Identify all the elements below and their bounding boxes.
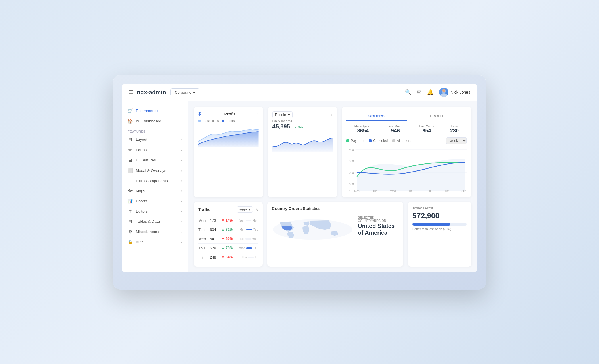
sidebar-item-label: Tables & Data [136, 219, 160, 224]
svg-text:100: 100 [349, 183, 354, 186]
home-icon: 🏠 [128, 119, 133, 124]
payment-color [346, 139, 349, 142]
header: ☰ ngx-admin Corporate ▾ 🔍 ✉ 🔔 [122, 84, 477, 101]
sidebar-item-editors[interactable]: T Editors › [122, 206, 188, 216]
sidebar-item-forms[interactable]: ✏ Forms › [122, 145, 188, 155]
bitcoin-header: Bitcoin ▾ › [272, 111, 333, 118]
traffic-card: Traffic week ▾ ∧ Mon 173 [194, 202, 263, 267]
profit-progress-bar-outer [412, 223, 467, 226]
sidebar-item-label: Maps [136, 189, 145, 193]
svg-text:Mon: Mon [354, 190, 360, 192]
orders-chart-legend: Payment Canceled All orders [346, 137, 467, 144]
user-name: Nick Jones [451, 90, 470, 95]
collapse-icon[interactable]: ∧ [255, 207, 258, 212]
table-row: Thu 678 ▲ 73% Wed Thu [198, 244, 258, 253]
laptop-screen: ☰ ngx-admin Corporate ▾ 🔍 ✉ 🔔 [122, 84, 477, 272]
orders-dot [222, 120, 224, 122]
today-profit-card: Today's Profit 572,900 Better than last … [408, 202, 471, 267]
pct-up-badge: ▲ 4% [293, 125, 303, 129]
menu-icon[interactable]: ☰ [129, 89, 133, 95]
svg-point-2 [442, 89, 445, 92]
sidebar-item-extra[interactable]: 🗂 Extra Components › [122, 176, 188, 186]
sidebar-item-maps[interactable]: 🗺 Maps › [122, 186, 188, 196]
profit-card-header: $ Profit › [198, 111, 259, 117]
orders-line-chart: 400 300 200 100 0 [346, 147, 467, 192]
transactions-legend: transactions [198, 119, 219, 122]
misc-icon: ⚙ [128, 229, 133, 234]
brand-name: ngx-admin [137, 89, 166, 96]
features-section-label: FEATURES [122, 126, 188, 134]
theme-label: Corporate [175, 90, 191, 95]
sidebar-item-layout[interactable]: ⊞ Layout › [122, 134, 188, 145]
bitcoin-label: Bitcoin [275, 113, 286, 117]
daily-income-label: Daily Income [272, 119, 333, 123]
stat-marketplace: Marketplace 3654 [354, 124, 372, 134]
country-info: Selected Country/Region United States of… [358, 214, 399, 238]
sidebar-item-label: Charts [136, 199, 147, 203]
profit-card: $ Profit › transactions orders [194, 107, 263, 197]
chevron-right-icon: › [181, 230, 182, 234]
map-icon: 🗺 [128, 188, 133, 193]
table-row: Tue 604 ▲ 31% Mon Tue [198, 225, 258, 234]
chevron-right-icon: › [181, 159, 182, 162]
bitcoin-chart [272, 132, 333, 155]
chevron-right-icon: › [181, 138, 182, 141]
country-name: United States of America [358, 222, 399, 236]
right-bottom-area: Country Orders Statistics [267, 202, 403, 267]
traffic-period-select[interactable]: week ▾ [237, 206, 253, 213]
chevron-right-icon: › [181, 240, 182, 244]
profit-progress-bar-inner [412, 223, 450, 226]
layout-icon: ⊞ [128, 137, 133, 142]
svg-text:Wed: Wed [390, 190, 396, 192]
selected-label: Selected Country/Region [358, 216, 399, 222]
theme-button[interactable]: Corporate ▾ [170, 88, 199, 96]
sidebar-item-modal[interactable]: ⬜ Modal & Overlays › [122, 165, 188, 176]
daily-income-row: Daily Income 45,895 ▲ 4% [272, 119, 333, 130]
lock-icon: 🔒 [128, 240, 133, 245]
sidebar-item-auth[interactable]: 🔒 Auth › [122, 237, 188, 247]
search-icon[interactable]: 🔍 [405, 89, 411, 95]
tab-profit[interactable]: PROFIT [407, 111, 467, 121]
top-cards-row: $ Profit › transactions orders [194, 107, 471, 197]
chevron-down-icon: ▾ [249, 207, 250, 211]
svg-text:Thu: Thu [409, 190, 413, 192]
svg-text:300: 300 [349, 160, 354, 163]
country-content: Selected Country/Region United States of… [272, 214, 399, 245]
mail-icon[interactable]: ✉ [417, 89, 421, 95]
expand-icon[interactable]: › [331, 113, 333, 117]
period-select[interactable]: week month [446, 137, 467, 144]
sidebar-item-iot[interactable]: 🏠 IoT Dashboard [122, 116, 188, 126]
bitcoin-card: Bitcoin ▾ › Daily Income 45,895 ▲ 4% [268, 107, 337, 197]
country-card-title: Country Orders Statistics [272, 206, 399, 211]
sidebar-item-label: Modal & Overlays [136, 168, 166, 173]
bell-icon[interactable]: 🔔 [427, 89, 433, 95]
expand-icon[interactable]: › [257, 112, 258, 116]
modal-icon: ⬜ [128, 168, 133, 173]
tab-orders[interactable]: ORDERS [346, 111, 407, 121]
sidebar-item-misc[interactable]: ⚙ Miscellaneous › [122, 227, 188, 237]
sidebar-item-ui-features[interactable]: ⊟ UI Features › [122, 155, 188, 165]
user-info[interactable]: Nick Jones [439, 88, 470, 97]
transactions-dot [198, 120, 201, 122]
chevron-right-icon: › [181, 179, 182, 182]
today-profit-value: 572,900 [412, 211, 467, 220]
svg-text:Fri: Fri [428, 190, 431, 192]
sidebar-item-label: Forms [136, 148, 147, 152]
charts-icon: 📊 [128, 199, 133, 204]
sidebar-item-label: IoT Dashboard [136, 119, 161, 123]
sidebar-item-tables[interactable]: ⊞ Tables & Data › [122, 216, 188, 227]
currency-select[interactable]: Bitcoin ▾ [272, 111, 293, 118]
sidebar-item-ecommerce[interactable]: 🛒 E-commerce [122, 106, 188, 116]
orders-card: ORDERS PROFIT Marketplace 3654 Last Mont… [342, 107, 471, 197]
canceled-color [369, 139, 372, 142]
svg-text:Sun: Sun [461, 190, 466, 192]
chevron-down-icon: ▾ [288, 113, 290, 117]
avatar [439, 88, 448, 97]
orders-tabs: ORDERS PROFIT [346, 111, 467, 121]
chevron-right-icon: › [181, 148, 182, 152]
content-area: $ Profit › transactions orders [188, 101, 477, 272]
sidebar-item-label: Auth [136, 240, 144, 244]
profit-legend: transactions orders [198, 119, 259, 122]
sidebar-item-label: Editors [136, 209, 148, 213]
sidebar-item-charts[interactable]: 📊 Charts › [122, 196, 188, 206]
